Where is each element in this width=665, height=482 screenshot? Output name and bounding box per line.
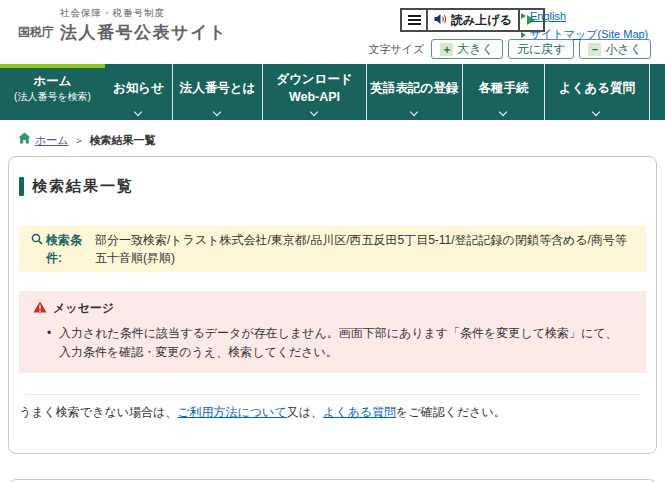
- search-conditions-value: 部分一致検索/トラスト株式会社/東京都/品川区/西五反田5丁目5-11/登記記録…: [95, 231, 634, 267]
- title-accent-bar: [19, 177, 24, 196]
- font-size-controls: 文字サイズ ＋ 大きく 元に戻す － 小さく: [369, 39, 651, 59]
- search-results-card: 検索結果一覧 検索条件: 部分一致検索/トラスト株式会社/東京都/品川区/西五反…: [8, 156, 657, 454]
- help-text: うまく検索できない場合は、ご利用方法について又は、よくある質問をご確認ください。: [19, 404, 646, 421]
- nav-item-faq[interactable]: よくある質問: [544, 64, 650, 120]
- nav-item-english-registration[interactable]: 英語表記の登録: [366, 64, 462, 120]
- arrow-right-icon: [521, 32, 526, 38]
- read-aloud-button[interactable]: 読み上げる: [426, 10, 520, 30]
- site-logo: 国税庁 社会保障・税番号制度 法人番号公表サイト: [18, 7, 228, 44]
- site-title: 法人番号公表サイト: [60, 21, 228, 44]
- english-link[interactable]: English: [521, 10, 648, 22]
- agency-name: 国税庁: [18, 24, 54, 44]
- faq-link[interactable]: よくある質問: [323, 405, 396, 419]
- chevron-down-icon: [498, 108, 506, 116]
- header-links: English サイトマップ(Site Map): [521, 10, 648, 42]
- message-item: 入力された条件に該当するデータが存在しません。画面下部にあります「条件を変更して…: [47, 324, 626, 362]
- warning-icon: [33, 301, 47, 316]
- minus-icon: －: [588, 43, 601, 56]
- arrow-right-icon: [521, 13, 526, 19]
- nav-item-news[interactable]: お知らせ: [105, 64, 172, 120]
- message-list: 入力された条件に該当するデータが存在しません。画面下部にあります「条件を変更して…: [33, 324, 632, 362]
- main-navigation: ホーム (法人番号を検索) お知らせ 法人番号とは ダウンロード Web-API…: [0, 64, 665, 120]
- breadcrumb-home-link[interactable]: ホーム: [18, 132, 69, 148]
- font-size-reset-button[interactable]: 元に戻す: [508, 39, 575, 59]
- message-title: メッセージ: [33, 300, 632, 317]
- reader-menu-button[interactable]: [402, 10, 426, 30]
- chevron-down-icon: [592, 108, 600, 116]
- search-conditions-label: 検索条件:: [31, 231, 95, 267]
- chevron-down-icon: [212, 108, 220, 116]
- hamburger-icon: [408, 15, 421, 17]
- system-label: 社会保障・税番号制度: [60, 7, 228, 20]
- breadcrumb: ホーム ＞ 検索結果一覧: [0, 120, 665, 156]
- breadcrumb-current: 検索結果一覧: [90, 132, 156, 148]
- chevron-down-icon: [133, 108, 141, 116]
- chevron-down-icon: [309, 108, 317, 116]
- read-aloud-label: 読み上げる: [451, 12, 512, 29]
- speaker-icon: [434, 13, 447, 28]
- message-box: メッセージ 入力された条件に該当するデータが存在しません。画面下部にあります「条…: [19, 291, 646, 373]
- home-icon: [18, 132, 31, 148]
- page-title: 検索結果一覧: [19, 177, 646, 196]
- usage-guide-link[interactable]: ご利用方法について: [177, 405, 286, 419]
- site-header: 国税庁 社会保障・税番号制度 法人番号公表サイト 読み上げる English サ…: [0, 0, 665, 64]
- font-size-label: 文字サイズ: [369, 42, 425, 57]
- section-divider: [25, 394, 640, 395]
- nav-item-download-webapi[interactable]: ダウンロード Web-API: [262, 64, 366, 120]
- font-size-larger-button[interactable]: ＋ 大きく: [431, 39, 503, 59]
- search-conditions-box: 検索条件: 部分一致検索/トラスト株式会社/東京都/品川区/西五反田5丁目5-1…: [19, 226, 646, 272]
- search-icon: [31, 231, 43, 267]
- nav-item-about-corporate-number[interactable]: 法人番号とは: [172, 64, 262, 120]
- breadcrumb-separator: ＞: [74, 132, 85, 148]
- plus-icon: ＋: [440, 43, 453, 56]
- nav-item-procedures[interactable]: 各種手続: [462, 64, 544, 120]
- chevron-down-icon: [409, 108, 417, 116]
- font-size-smaller-button[interactable]: － 小さく: [579, 39, 651, 59]
- nav-item-home[interactable]: ホーム (法人番号を検索): [0, 64, 105, 120]
